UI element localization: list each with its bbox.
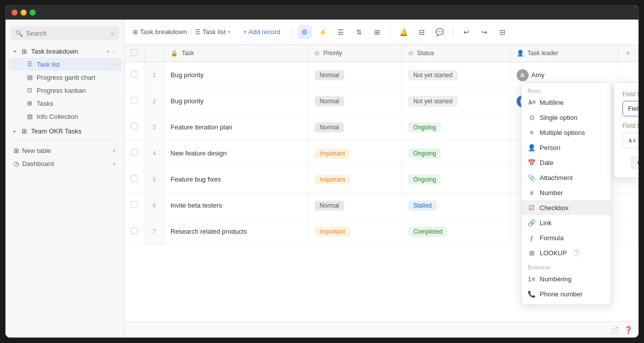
ft-item-numbering[interactable]: 1≡ Numbering (522, 271, 611, 286)
title-bar (6, 6, 638, 20)
status-badge: Not yet started (408, 96, 457, 106)
sidebar-dashboard[interactable]: ◷ Dashboard + (9, 157, 121, 170)
ft-item-checkbox[interactable]: ☑ Checkbox (522, 200, 611, 215)
priority-badge: Normal (314, 201, 344, 211)
breadcrumb-chevron-icon: ▾ (228, 29, 230, 35)
sidebar-item-task-list[interactable]: ☰ Task list ··· (9, 58, 121, 71)
comment-button[interactable]: 💬 (433, 25, 447, 39)
breadcrumb-table[interactable]: ⊞ Task breakdown (133, 28, 187, 36)
table-icon: ⊞ (22, 48, 27, 55)
selected-type: 𝐀≡ Multiline (628, 136, 638, 144)
row-checkbox[interactable] (131, 71, 138, 78)
ft-item-link[interactable]: 🔗 Link (522, 215, 611, 230)
th-status[interactable]: ⊙ Status (402, 45, 510, 62)
leader-name: Amy (532, 71, 545, 79)
collection-icon: ▤ (26, 112, 34, 120)
undo-button[interactable]: ↩ (459, 25, 473, 39)
row-checkbox[interactable] (131, 201, 138, 208)
ft-item-formula[interactable]: ƒ Formula (522, 230, 611, 245)
field-title-input[interactable] (622, 101, 638, 116)
main-content: 🔍 « ▾ ⊞ Task breakdown + ··· ☰ Task list… (6, 20, 638, 337)
sort-button[interactable]: ⇅ (352, 25, 366, 39)
th-add-col[interactable]: + (618, 45, 638, 62)
ft-item-lookup[interactable]: ⊞ LOOKUP ? (522, 245, 611, 260)
td-priority: Important (308, 140, 402, 166)
row-checkbox[interactable] (131, 175, 138, 182)
close-dot[interactable] (12, 10, 18, 16)
alarm-button[interactable]: 🔔 (397, 25, 411, 39)
maximize-dot[interactable] (30, 10, 36, 16)
td-priority: Normal (308, 62, 402, 88)
td-priority: Normal (308, 193, 402, 219)
td-task: Feature iteration plan (165, 114, 308, 140)
sidebar-divider (11, 140, 119, 141)
sidebar-item-tasks[interactable]: ⊞ Tasks (9, 97, 121, 110)
sidebar-item-progress-kanban[interactable]: ⊡ Progress kanban (9, 84, 121, 97)
header-checkbox[interactable] (131, 49, 138, 56)
td-priority: Important (308, 219, 402, 245)
table-icon-2: ⊞ (22, 127, 27, 135)
field-type-selector[interactable]: 𝐀≡ Multiline › (622, 132, 638, 148)
breadcrumb-view[interactable]: ☰ Task list ▾ (195, 28, 230, 36)
minimize-dot[interactable] (21, 10, 27, 16)
th-priority[interactable]: ⊙ Priority (308, 45, 402, 62)
field-type-label: Field type (622, 122, 638, 129)
redo-button[interactable]: ↪ (477, 25, 492, 39)
row-checkbox[interactable] (131, 227, 138, 234)
sidebar-item-progress-gantt[interactable]: ▤ Progress gantt chart (9, 71, 121, 84)
sidebar-item-task-breakdown[interactable]: ▾ ⊞ Task breakdown + ··· (9, 45, 121, 58)
td-checkbox (125, 88, 144, 114)
task-list-more-icon[interactable]: ··· (112, 61, 116, 67)
ft-item-date[interactable]: 📅 Date (522, 155, 611, 170)
single-option-icon: ⊙ (528, 113, 536, 121)
toolbar-divider-2 (390, 27, 391, 37)
row-checkbox[interactable] (131, 123, 138, 130)
row-checkbox[interactable] (131, 149, 138, 156)
th-task[interactable]: 🔒 Task (165, 45, 308, 62)
search-bar[interactable]: 🔍 « (11, 27, 119, 40)
td-task: Bug priority (165, 88, 308, 114)
search-icon: 🔍 (16, 30, 23, 37)
basic-section-label: Basic (522, 86, 611, 95)
ft-item-multiline[interactable]: 𝐀≡ Multiline (522, 95, 611, 110)
sidebar-item-team-okr[interactable]: ▸ ⊞ Team OKR Tasks (9, 125, 121, 137)
ft-item-multiple-options[interactable]: ≡ Multiple options (522, 125, 611, 140)
td-row-num: 2 (144, 88, 165, 114)
ft-item-number[interactable]: # Number (522, 185, 611, 200)
new-table-add-icon[interactable]: + (112, 146, 116, 154)
ft-item-attachment[interactable]: 📎 Attachment (522, 170, 611, 185)
view-breadcrumb-icon: ☰ (195, 29, 201, 36)
filter-button[interactable]: ⚡ (316, 25, 330, 39)
leader-icon: 👤 (517, 50, 524, 57)
more-options-icon[interactable]: ··· (112, 49, 116, 55)
ft-item-phone[interactable]: 📞 Phone number (522, 286, 611, 301)
add-item-icon[interactable]: + (106, 48, 110, 55)
sidebar: 🔍 « ▾ ⊞ Task breakdown + ··· ☰ Task list… (6, 20, 125, 337)
date-icon: 📅 (528, 158, 536, 166)
formula-icon: ƒ (528, 234, 536, 242)
copy-button[interactable]: ⊟ (415, 25, 429, 39)
th-checkbox[interactable] (125, 45, 144, 62)
collapse-sidebar-button[interactable]: « (111, 30, 114, 37)
group-button[interactable]: ⊞ (370, 25, 384, 39)
row-checkbox[interactable] (131, 97, 138, 104)
doc-icon[interactable]: 📄 (610, 326, 619, 334)
cancel-button[interactable]: Cancel (630, 156, 638, 169)
add-field-panel: Field title Field type 𝐀≡ Multiline › (614, 82, 638, 178)
th-task-leader[interactable]: 👤 Task leader (510, 45, 618, 62)
ft-item-single-option[interactable]: ⊙ Single option (522, 110, 611, 125)
search-input[interactable] (26, 30, 108, 37)
lookup-icon: ⊞ (528, 249, 536, 257)
lookup-help-icon[interactable]: ? (573, 249, 580, 256)
settings-button[interactable]: ⚙ (298, 25, 312, 39)
td-row-num: 1 (144, 62, 165, 88)
add-record-button[interactable]: + Add record (238, 26, 285, 38)
sidebar-item-info-collection[interactable]: ▤ Info Collection (9, 110, 121, 123)
more-toolbar-button[interactable]: ⊟ (496, 25, 510, 39)
help-icon[interactable]: ❓ (624, 326, 632, 334)
attachment-icon: 📎 (528, 174, 536, 182)
view-button[interactable]: ☰ (334, 25, 348, 39)
dashboard-add-icon[interactable]: + (112, 159, 116, 167)
sidebar-new-table[interactable]: ⊞ New table + (9, 144, 121, 157)
ft-item-person[interactable]: 👤 Person (522, 140, 611, 155)
